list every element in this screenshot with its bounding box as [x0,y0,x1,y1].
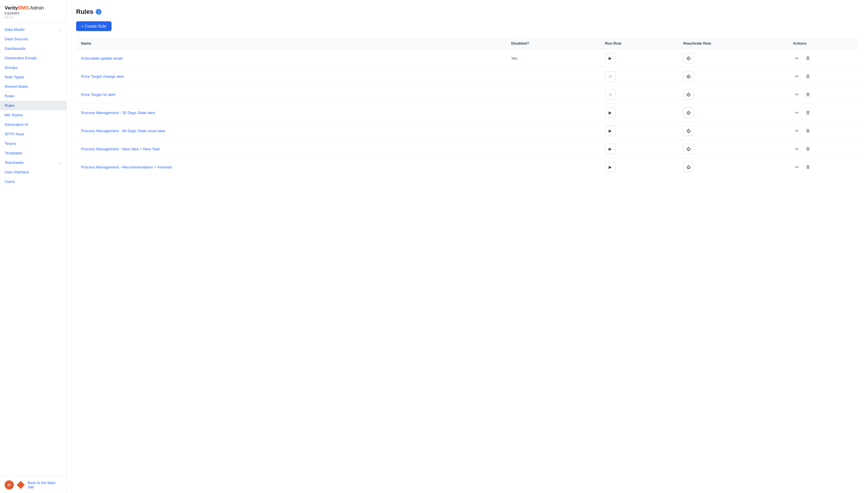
sidebar-item-data-sources[interactable]: Data Sources [0,34,66,44]
edit-rule-button[interactable]: ✏ [793,163,801,171]
sidebar: VerityRMS Admin EQDEMO v5.2.1 Data Model… [0,0,67,493]
reactivate-rule-button[interactable]: ⏻ [683,126,694,136]
run-rule-cell: ▶ [601,104,679,122]
run-rule-button[interactable]: ⊘ [605,89,616,100]
create-rule-button[interactable]: + Create Rule [76,21,111,31]
rule-name-cell: Process Management - 90 Days Stale close… [76,122,507,140]
notification-badge[interactable]: 27 [5,480,14,490]
disabled-cell [507,104,601,122]
reactivate-rule-button[interactable]: ⏻ [683,162,694,172]
sidebar-item-recent-notes[interactable]: Recent Notes [0,82,66,91]
delete-rule-button[interactable]: 🗑 [803,55,813,62]
table-row: Process Management - 30 Days Stale alert… [76,104,859,122]
delete-rule-button[interactable]: 🗑 [803,109,813,116]
sidebar-item-data-model[interactable]: Data Model ⌄ [0,25,66,34]
rule-name-link[interactable]: Price Target change alert [81,74,124,79]
sidebar-item-dashboards[interactable]: Dashboards [0,44,66,53]
reactivate-rule-cell: ⏻ [679,140,788,158]
reactivate-rule-button[interactable]: ⏻ [683,53,694,63]
actions-cell: ✏ 🗑 [788,122,859,140]
sidebar-item-note-types[interactable]: Note Types [0,72,66,82]
sidebar-item-label: Note Types [5,75,24,79]
page-header: Rules i [76,8,859,16]
disabled-cell [507,67,601,86]
rule-name-link[interactable]: Actionable update email [81,56,123,61]
reactivate-rule-button[interactable]: ⏻ [683,144,694,154]
sidebar-item-users[interactable]: Users [0,177,66,186]
table-row: Process Management - New Idea = New Task… [76,140,859,158]
info-icon[interactable]: i [96,9,101,15]
brand-admin: Admin [29,5,44,10]
rule-name-cell: Actionable update email [76,49,507,67]
sidebar-item-rules[interactable]: Rules [0,101,66,110]
actions-cell: ✏ 🗑 [788,86,859,104]
sidebar-item-distribution-emails[interactable]: Distribution Emails [0,53,66,63]
reactivate-rule-cell: ⏻ [679,86,788,104]
sidebar-item-user-interface[interactable]: User Interface [0,167,66,177]
sidebar-item-label: Dashboards [5,46,26,51]
delete-rule-button[interactable]: 🗑 [803,91,813,98]
run-rule-button[interactable]: ⊘ [605,71,616,82]
delete-rule-button[interactable]: 🗑 [803,127,813,134]
sidebar-item-ms-teams[interactable]: MS Teams [0,110,66,120]
sidebar-item-label: Rules [5,103,15,108]
edit-rule-button[interactable]: ✏ [793,72,801,80]
reactivate-rule-cell: ⏻ [679,122,788,140]
reactivate-rule-cell: ⏻ [679,49,788,67]
sidebar-item-label: Groups [5,65,17,70]
sidebar-header: VerityRMS Admin EQDEMO v5.2.1 [0,0,66,22]
reactivate-rule-button[interactable]: ⏻ [683,89,694,100]
brand-rms: RMS [18,5,29,10]
disabled-cell [507,140,601,158]
edit-rule-button[interactable]: ✏ [793,109,801,116]
sidebar-footer: 27 Back to the Main Site [0,477,66,493]
run-rule-cell: ⊘ [601,67,679,86]
sidebar-item-label: Data Sources [5,37,28,41]
back-to-main-link[interactable]: Back to the Main Site [28,480,62,489]
sidebar-item-tearsheets[interactable]: Tearsheets ⌄ [0,158,66,167]
sidebar-item-generative-ai[interactable]: Generative AI [0,120,66,129]
run-rule-button[interactable]: ▶ [605,162,616,172]
sidebar-item-roles[interactable]: Roles [0,91,66,101]
sidebar-item-label: Distribution Emails [5,56,37,60]
actions-cell: ✏ 🗑 [788,104,859,122]
table-row: Process Management - Recommendation = In… [76,158,859,176]
disabled-cell [507,122,601,140]
reactivate-rule-button[interactable]: ⏻ [683,107,694,118]
disabled-value: Yes [511,56,517,61]
actions-cell: ✏ 🗑 [788,49,859,67]
sidebar-item-sftp-keys[interactable]: SFTP Keys [0,129,66,139]
rule-name-cell: Process Management - Recommendation = In… [76,158,507,176]
sidebar-nav: Data Model ⌄ Data Sources Dashboards Dis… [0,22,66,477]
run-rule-button[interactable]: ▶ [605,144,616,154]
col-header-run-rule: Run Rule [601,38,679,49]
edit-rule-button[interactable]: ✏ [793,91,801,99]
rule-name-link[interactable]: Process Management - 30 Days Stale alert [81,111,155,115]
sidebar-item-label: User Interface [5,170,29,174]
rule-name-link[interactable]: Price Target hit alert [81,92,116,97]
delete-rule-button[interactable]: 🗑 [803,145,813,153]
col-header-disabled: Disabled? [507,38,601,49]
sidebar-item-label: Roles [5,94,15,98]
run-rule-button[interactable]: ▶ [605,107,616,118]
run-rule-cell: ⊘ [601,86,679,104]
rule-name-link[interactable]: Process Management - 90 Days Stale close… [81,129,165,133]
sidebar-item-groups[interactable]: Groups [0,63,66,72]
delete-rule-button[interactable]: 🗑 [803,72,813,80]
run-rule-button[interactable]: ▶ [605,53,616,63]
sidebar-item-label: Generative AI [5,122,28,127]
delete-rule-button[interactable]: 🗑 [803,163,813,171]
sidebar-item-label: Data Model [5,27,24,32]
edit-rule-button[interactable]: ✏ [793,55,801,62]
run-rule-button[interactable]: ▶ [605,126,616,136]
sidebar-item-label: Templates [5,151,22,155]
sidebar-item-teams[interactable]: Teams [0,139,66,148]
reactivate-rule-button[interactable]: ⏻ [683,71,694,82]
edit-rule-button[interactable]: ✏ [793,127,801,135]
table-row: Actionable update email Yes ▶ ⏻ ✏ 🗑 [76,49,859,67]
edit-rule-button[interactable]: ✏ [793,145,801,153]
rule-name-link[interactable]: Process Management - New Idea = New Task [81,147,160,151]
rule-name-link[interactable]: Process Management - Recommendation = In… [81,165,172,169]
sidebar-item-templates[interactable]: Templates [0,148,66,158]
disabled-cell [507,158,601,176]
